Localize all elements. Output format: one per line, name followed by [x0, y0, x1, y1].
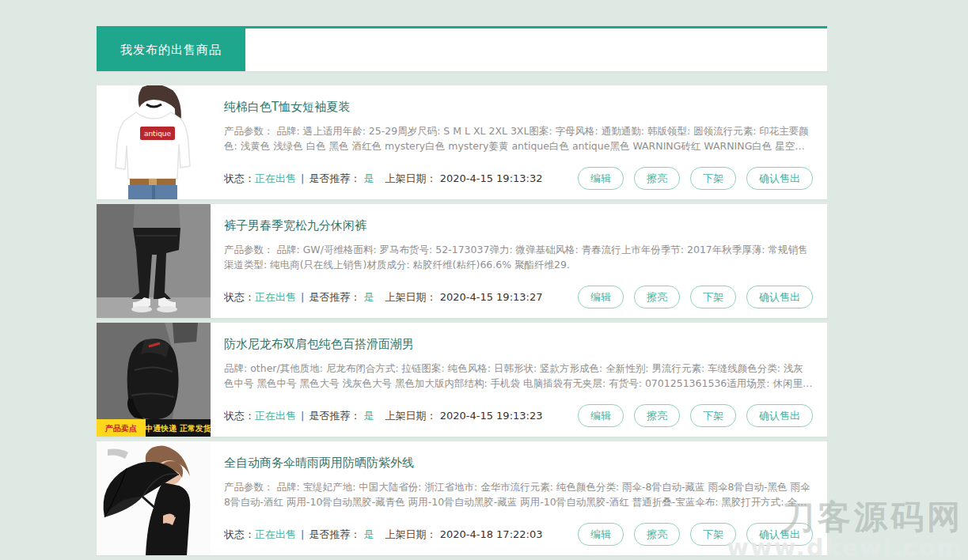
confirm-sold-button[interactable]: 确认售出	[746, 404, 813, 427]
product-image-tshirt[interactable]: antique	[97, 85, 211, 199]
recommend-value: 是	[364, 291, 374, 303]
status-value: 正在出售	[255, 172, 296, 184]
product-info: 裤子男春季宽松九分休闲裤 产品参数： 品牌: GW/哥维格面料: 罗马布货号: …	[211, 204, 827, 318]
product-params: 产品参数： 品牌: GW/哥维格面料: 罗马布货号: 52-173037弹力: …	[224, 242, 813, 272]
status-label: 状态：	[224, 172, 255, 184]
status-value: 正在出售	[255, 291, 296, 303]
banner-tag-label: 产品卖点	[104, 424, 137, 433]
date-label: 上架日期：	[385, 410, 437, 422]
product-info: 防水尼龙布双肩包纯色百搭滑面潮男 品牌: other/其他质地: 尼龙布闭合方式…	[211, 323, 827, 437]
divider: |	[301, 410, 304, 422]
action-buttons: 编辑 擦亮 下架 确认售出	[568, 523, 813, 546]
product-footer: 状态：正在出售|是否推荐： 是上架日期： 2020-4-15 19:13:23 …	[224, 404, 813, 427]
pants-photo-illustration	[97, 204, 211, 318]
product-footer: 状态：正在出售|是否推荐： 是上架日期： 2020-4-15 19:13:27 …	[224, 286, 813, 308]
tab-my-selling-products[interactable]: 我发布的出售商品	[97, 28, 245, 71]
recommend-label: 是否推荐：	[309, 291, 360, 303]
polish-button[interactable]: 擦亮	[634, 167, 680, 190]
delist-button[interactable]: 下架	[690, 286, 736, 308]
edit-button[interactable]: 编辑	[578, 523, 624, 546]
edit-button[interactable]: 编辑	[578, 286, 624, 308]
status-value: 正在出售	[255, 528, 296, 540]
date-label: 上架日期：	[385, 528, 437, 540]
status-line: 状态：正在出售|是否推荐： 是上架日期： 2020-4-15 19:13:27	[224, 290, 542, 305]
product-params: 品牌: other/其他质地: 尼龙布闭合方式: 拉链图案: 纯色风格: 日韩形…	[224, 361, 813, 391]
product-card: 全自动商务伞晴雨两用防晒防紫外线 产品参数： 品牌: 宝缇妃产地: 中国大陆省份…	[97, 441, 827, 555]
edit-button[interactable]: 编辑	[578, 167, 624, 190]
backpack-photo-illustration: 产品卖点 中通快递 正常发货	[97, 323, 211, 437]
divider: |	[301, 291, 304, 303]
edit-button[interactable]: 编辑	[578, 404, 624, 427]
status-label: 状态：	[224, 291, 255, 303]
status-label: 状态：	[224, 528, 255, 540]
recommend-value: 是	[364, 528, 374, 540]
product-footer: 状态：正在出售|是否推荐： 是上架日期： 2020-4-15 19:13:32 …	[224, 167, 813, 190]
product-title-link[interactable]: 纯棉白色T恤女短袖夏装	[224, 100, 813, 115]
product-info: 全自动商务伞晴雨两用防晒防紫外线 产品参数： 品牌: 宝缇妃产地: 中国大陆省份…	[211, 441, 827, 555]
date-label: 上架日期：	[385, 172, 437, 184]
banner-shipping-label: 中通快递 正常发货	[145, 424, 211, 433]
product-title-link[interactable]: 全自动商务伞晴雨两用防晒防紫外线	[224, 456, 813, 471]
divider: |	[301, 172, 304, 184]
date-value: 2020-4-15 19:13:23	[440, 410, 543, 422]
panel-header: 我发布的出售商品	[97, 26, 827, 71]
polish-button[interactable]: 擦亮	[634, 523, 680, 546]
product-params: 产品参数： 品牌: 宝缇妃产地: 中国大陆省份: 浙江省地市: 金华市流行元素:…	[224, 479, 813, 509]
product-card: antique 纯棉白色T恤女短袖夏装 产品参数： 品牌: 遇上适用年龄: 25…	[97, 85, 827, 199]
delist-button[interactable]: 下架	[690, 167, 736, 190]
delist-button[interactable]: 下架	[690, 404, 736, 427]
product-footer: 状态：正在出售|是否推荐： 是上架日期： 2020-4-18 17:22:03 …	[224, 523, 813, 546]
divider: |	[301, 528, 304, 540]
product-info: 纯棉白色T恤女短袖夏装 产品参数： 品牌: 遇上适用年龄: 25-29周岁尺码:…	[211, 85, 827, 199]
date-value: 2020-4-18 17:22:03	[440, 528, 543, 540]
polish-button[interactable]: 擦亮	[634, 404, 680, 427]
product-image-pants[interactable]	[97, 204, 211, 318]
date-label: 上架日期：	[385, 291, 437, 303]
status-line: 状态：正在出售|是否推荐： 是上架日期： 2020-4-18 17:22:03	[224, 528, 542, 542]
tshirt-print-label: antique	[144, 130, 172, 138]
product-card: 产品卖点 中通快递 正常发货 防水尼龙布双肩包纯色百搭滑面潮男 品牌: othe…	[97, 323, 827, 437]
recommend-label: 是否推荐：	[309, 172, 360, 184]
product-list: antique 纯棉白色T恤女短袖夏装 产品参数： 品牌: 遇上适用年龄: 25…	[97, 85, 827, 555]
date-value: 2020-4-15 19:13:32	[440, 172, 543, 184]
confirm-sold-button[interactable]: 确认售出	[746, 286, 813, 308]
tshirt-photo-illustration: antique	[97, 85, 211, 199]
date-value: 2020-4-15 19:13:27	[440, 291, 543, 303]
recommend-label: 是否推荐：	[309, 410, 360, 422]
recommend-label: 是否推荐：	[309, 528, 360, 540]
product-image-umbrella[interactable]	[97, 441, 211, 555]
recommend-value: 是	[364, 410, 374, 422]
status-line: 状态：正在出售|是否推荐： 是上架日期： 2020-4-15 19:13:32	[224, 172, 542, 186]
confirm-sold-button[interactable]: 确认售出	[746, 523, 813, 546]
status-label: 状态：	[224, 410, 255, 422]
action-buttons: 编辑 擦亮 下架 确认售出	[568, 167, 813, 190]
recommend-value: 是	[364, 172, 374, 184]
main-panel: 我发布的出售商品 antique	[97, 26, 827, 560]
action-buttons: 编辑 擦亮 下架 确认售出	[568, 286, 813, 308]
action-buttons: 编辑 擦亮 下架 确认售出	[568, 404, 813, 427]
product-title-link[interactable]: 防水尼龙布双肩包纯色百搭滑面潮男	[224, 337, 813, 352]
product-card: 裤子男春季宽松九分休闲裤 产品参数： 品牌: GW/哥维格面料: 罗马布货号: …	[97, 204, 827, 318]
product-title-link[interactable]: 裤子男春季宽松九分休闲裤	[224, 218, 813, 233]
product-image-backpack[interactable]: 产品卖点 中通快递 正常发货	[97, 323, 211, 437]
status-line: 状态：正在出售|是否推荐： 是上架日期： 2020-4-15 19:13:23	[224, 409, 542, 423]
delist-button[interactable]: 下架	[690, 523, 736, 546]
polish-button[interactable]: 擦亮	[634, 286, 680, 308]
umbrella-photo-illustration	[97, 441, 211, 555]
status-value: 正在出售	[255, 410, 296, 422]
confirm-sold-button[interactable]: 确认售出	[746, 167, 813, 190]
product-params: 产品参数： 品牌: 遇上适用年龄: 25-29周岁尺码: S M L XL 2X…	[224, 123, 813, 153]
